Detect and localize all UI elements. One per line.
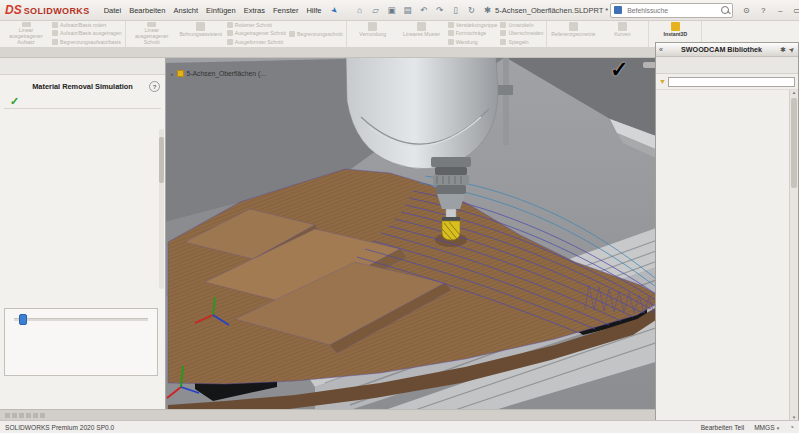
ribbon-überschneiden-button[interactable]: Überschneiden xyxy=(500,29,543,37)
menu-einfügen[interactable]: Einfügen xyxy=(202,5,240,16)
menu-extras[interactable]: Extras xyxy=(240,5,269,16)
ribbon-column: Begrenzungsschnitt xyxy=(289,21,343,46)
ribbon-begrenzungsaufsatz-basis-button[interactable]: Begrenzungsaufsatz/basis xyxy=(52,38,122,46)
ribbon-referenzgeometrie-icon xyxy=(569,22,578,31)
ok-button[interactable]: ✓ xyxy=(10,96,165,106)
feature-panel-scrollbar[interactable] xyxy=(159,129,164,289)
menu-bearbeiten[interactable]: Bearbeiten xyxy=(125,5,169,16)
breadcrumb-arrow-icon: ▸ xyxy=(171,71,174,77)
help-icon[interactable]: ? xyxy=(758,6,768,15)
quick-access-toolbar: ⌂▱▣▤↶↷▯↻✱ xyxy=(354,5,493,15)
pin-panel-icon[interactable]: ➤ xyxy=(787,45,797,55)
ribbon-ausgetragener-schnitt-button[interactable]: Ausgetragener Schnitt xyxy=(227,29,286,37)
redo-icon[interactable]: ↷ xyxy=(434,5,445,15)
units-dropdown-icon: ▾ xyxy=(777,425,780,431)
home-icon[interactable]: ⌂ xyxy=(354,5,365,15)
document-title: 5-Achsen_Oberflächen.SLDPRT * xyxy=(495,6,608,15)
menu-bar: DateiBearbeitenAnsichtEinfügenExtrasFens… xyxy=(100,5,326,16)
ribbon-aufsatz-basis-rotiert-icon xyxy=(52,22,58,28)
simulation-progress-slider[interactable] xyxy=(14,314,148,323)
library-tabs xyxy=(656,57,798,74)
menu-ansicht[interactable]: Ansicht xyxy=(169,5,202,16)
confirmation-check-icon[interactable]: ✓ xyxy=(610,57,628,83)
ribbon-tab-bar xyxy=(0,47,660,58)
ribbon-rotierter-schnitt-icon xyxy=(227,22,233,28)
minimize-icon[interactable]: – xyxy=(775,6,785,15)
rebuild-icon[interactable]: ↻ xyxy=(466,5,477,15)
options-icon[interactable]: ✱ xyxy=(482,5,493,15)
scrollbar-thumb[interactable] xyxy=(791,98,797,188)
library-settings-icon[interactable]: ✱ xyxy=(780,46,786,54)
search-scope-icon xyxy=(614,6,622,14)
scroll-up-icon[interactable]: ▲ xyxy=(792,90,796,95)
tool-library-list: ▲ ▼ xyxy=(656,90,798,420)
ribbon-verrundung-button[interactable]: Verrundung xyxy=(350,21,396,46)
ribbon-lineares-muster-icon xyxy=(417,22,426,31)
ribbon-verstärkungsrippe-button[interactable]: Verstärkungsrippe xyxy=(448,21,498,29)
ribbon-linear-ausgetragener-aufsatz-button[interactable]: Linear ausgetragener Aufsatz xyxy=(3,21,49,46)
search-input[interactable] xyxy=(625,6,718,15)
ribbon-lineares-muster-button[interactable]: Lineares Muster xyxy=(399,21,445,46)
ribbon-rotierter-schnitt-button[interactable]: Rotierter Schnitt xyxy=(227,21,286,29)
menu-datei[interactable]: Datei xyxy=(100,5,126,16)
help-icon[interactable]: ? xyxy=(149,81,160,92)
undo-icon[interactable]: ↶ xyxy=(418,5,429,15)
library-scrollbar[interactable]: ▲ ▼ xyxy=(789,90,798,420)
ribbon-wandung-icon xyxy=(448,39,454,45)
ribbon-aufsatz-basis-ausgetragen-button[interactable]: Aufsatz/Basis ausgetragen xyxy=(52,29,122,37)
print-icon[interactable]: ▤ xyxy=(402,5,413,15)
ribbon-instant3d-icon xyxy=(671,22,680,31)
library-filter-row: ▼ xyxy=(656,74,798,90)
ribbon-referenzgeometrie-button[interactable]: Referenzgeometrie xyxy=(550,21,596,46)
open-file-icon[interactable]: ▱ xyxy=(370,5,381,15)
ribbon-group: VerrundungLineares MusterVerstärkungsrip… xyxy=(347,20,548,47)
swoodcam-library-panel: « SWOODCAM Bibliothek ✱ ➤ ▼ ▲ ▼ xyxy=(655,42,799,421)
ribbon-bohrungsassistent-icon xyxy=(196,22,205,31)
status-mode-text: Bearbeiten Teil xyxy=(701,424,745,431)
ribbon-kurven-button[interactable]: Kurven xyxy=(599,21,645,46)
ribbon-column: VerstärkungsrippeFormschrägeWandung xyxy=(448,21,498,46)
user-icon[interactable]: ⊙ xyxy=(741,6,751,15)
pin-menu-icon[interactable]: ➤ xyxy=(329,4,340,15)
feature-manager-tabs xyxy=(0,57,165,75)
restore-icon[interactable]: ▭ xyxy=(792,6,799,15)
ribbon-formschräge-button[interactable]: Formschräge xyxy=(448,29,498,37)
ribbon-ausgeformter-schnitt-button[interactable]: Ausgeformter Schnitt xyxy=(227,38,286,46)
ribbon-begrenzungsschnitt-icon xyxy=(289,31,295,37)
ribbon-column: Rotierter SchnittAusgetragener SchnittAu… xyxy=(227,21,286,46)
document-breadcrumb[interactable]: ▸ 5-Achsen_Oberflächen (... xyxy=(171,70,266,77)
ribbon-linear-ausgetragener-schnitt-button[interactable]: Linear ausgetragener Schnitt xyxy=(129,21,175,46)
ribbon-column: Aufsatz/Basis rotiertAufsatz/Basis ausge… xyxy=(52,21,122,46)
library-filter-input[interactable] xyxy=(668,77,795,87)
ribbon-verstärkungsrippe-icon xyxy=(448,22,454,28)
window-controls: ⊙?–▭× xyxy=(741,6,799,15)
ribbon-bohrungsassistent-button[interactable]: Bohrungsassistent xyxy=(178,21,224,46)
simulation-playback-panel xyxy=(4,308,158,376)
units-selector[interactable]: MMGS▾ xyxy=(754,424,779,431)
property-manager-title-text: Material Removal Simulation xyxy=(32,82,133,91)
select-icon[interactable]: ▯ xyxy=(450,5,461,15)
ribbon-verrundung-icon xyxy=(368,22,377,31)
cutting-tool xyxy=(442,217,460,241)
ribbon-umwickeln-icon xyxy=(500,22,506,28)
menu-hilfe[interactable]: Hilfe xyxy=(302,5,325,16)
search-icon[interactable] xyxy=(721,6,729,14)
ribbon-ausgeformter-schnitt-icon xyxy=(227,39,233,45)
ribbon-überschneiden-icon xyxy=(500,30,506,36)
save-icon[interactable]: ▣ xyxy=(386,5,397,15)
ribbon-column: UmwickelnÜberschneidenSpiegeln xyxy=(500,21,543,46)
units-label: MMGS xyxy=(754,424,775,431)
menu-fenster[interactable]: Fenster xyxy=(269,5,302,16)
slider-handle[interactable] xyxy=(19,314,27,325)
command-search[interactable] xyxy=(610,3,733,18)
ribbon-aufsatz-basis-rotiert-button[interactable]: Aufsatz/Basis rotiert xyxy=(52,21,122,29)
ribbon-wandung-button[interactable]: Wandung xyxy=(448,38,498,46)
feature-manager-panel: Material Removal Simulation ? ✓ xyxy=(0,57,166,410)
logo-ds: DS xyxy=(5,3,22,17)
ribbon-spiegeln-button[interactable]: Spiegeln xyxy=(500,38,543,46)
slider-track[interactable] xyxy=(14,318,148,321)
library-panel-title: SWOODCAM Bibliothek xyxy=(663,45,780,54)
web-help-icon[interactable]: ◔ xyxy=(789,423,794,432)
ribbon-begrenzungsschnitt-button[interactable]: Begrenzungsschnitt xyxy=(289,30,343,38)
ribbon-umwickeln-button[interactable]: Umwickeln xyxy=(500,21,543,29)
